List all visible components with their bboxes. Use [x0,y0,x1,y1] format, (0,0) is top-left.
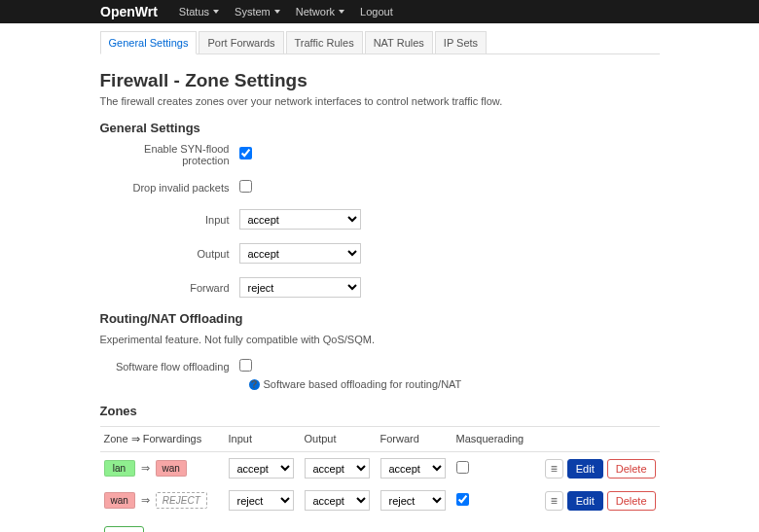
section-general: General Settings [100,121,660,135]
nav-logout[interactable]: Logout [354,2,399,21]
chevron-down-icon [213,10,219,14]
tab-ip-sets[interactable]: IP Sets [435,31,487,53]
zone-menu-button[interactable]: ≡ [545,491,563,511]
nav-status[interactable]: Status [173,2,225,21]
tabs: General Settings Port Forwards Traffic R… [100,31,660,54]
sw-offload-checkbox[interactable] [239,359,252,372]
help-icon: ? [249,379,260,390]
page-description: The firewall creates zones over your net… [100,95,660,107]
navbar: OpenWrt Status System Network Logout [0,0,759,23]
output-select[interactable]: acceptrejectdrop [239,243,361,264]
menu-icon: ≡ [551,463,558,475]
output-label: Output [100,248,239,260]
arrow-icon: ⇒ [141,494,150,507]
zone-to-badge: wan [156,460,187,477]
zone-delete-button[interactable]: Delete [607,459,656,479]
nav-system[interactable]: System [229,2,286,21]
sw-offload-label: Software flow offloading [100,361,239,372]
zone-edit-button[interactable]: Edit [567,491,603,511]
tab-traffic-rules[interactable]: Traffic Rules [286,31,363,53]
col-output: Output [305,433,380,445]
sw-offload-hint: Software based offloading for routing/NA… [264,378,462,390]
dropinvalid-label: Drop invalid packets [100,182,239,194]
input-label: Input [100,214,239,226]
zone-output-select[interactable]: acceptrejectdrop [305,458,370,479]
chevron-down-icon [274,10,280,14]
section-zones: Zones [100,404,660,418]
zone-forward-select[interactable]: acceptrejectdrop [380,490,446,511]
zone-output-select[interactable]: acceptrejectdrop [305,490,370,511]
zone-to-badge: REJECT [156,492,207,509]
zone-from-badge: wan [104,492,135,509]
zones-table: Zone ⇒ Forwardings Input Output Forward … [100,426,660,516]
zone-masq-checkbox[interactable] [456,461,469,474]
forward-select[interactable]: acceptrejectdrop [239,277,361,298]
offload-description: Experimental feature. Not fully compatib… [100,334,660,345]
tab-general-settings[interactable]: General Settings [100,31,198,54]
brand: OpenWrt [100,4,158,19]
input-select[interactable]: acceptrejectdrop [239,209,361,230]
zone-input-select[interactable]: acceptrejectdrop [229,458,294,479]
zone-delete-button[interactable]: Delete [607,491,656,511]
zone-menu-button[interactable]: ≡ [545,459,563,479]
synflood-checkbox[interactable] [239,147,252,160]
add-button[interactable]: Add [104,526,145,532]
section-offload: Routing/NAT Offloading [100,311,660,326]
menu-icon: ≡ [551,495,558,507]
col-input: Input [229,433,305,445]
nav-network[interactable]: Network [290,2,350,21]
col-masq: Masquerading [456,433,515,445]
zone-forward-select[interactable]: acceptrejectdrop [380,458,446,479]
zone-masq-checkbox[interactable] [456,493,469,506]
zone-edit-button[interactable]: Edit [567,459,603,479]
dropinvalid-checkbox[interactable] [239,180,252,193]
forward-label: Forward [100,282,239,294]
zone-from-badge: lan [104,460,135,477]
zone-input-select[interactable]: acceptrejectdrop [229,490,294,511]
chevron-down-icon [339,10,344,14]
zone-row: wan⇒REJECTacceptrejectdropacceptrejectdr… [100,484,660,516]
zone-row: lan⇒wanacceptrejectdropacceptrejectdropa… [100,452,660,484]
tab-port-forwards[interactable]: Port Forwards [199,31,283,53]
page-title: Firewall - Zone Settings [100,70,660,91]
tab-nat-rules[interactable]: NAT Rules [365,31,433,53]
col-zone: Zone ⇒ Forwardings [104,433,229,445]
col-forward: Forward [380,433,456,445]
arrow-icon: ⇒ [141,462,150,475]
synflood-label: Enable SYN-flood protection [100,143,239,166]
